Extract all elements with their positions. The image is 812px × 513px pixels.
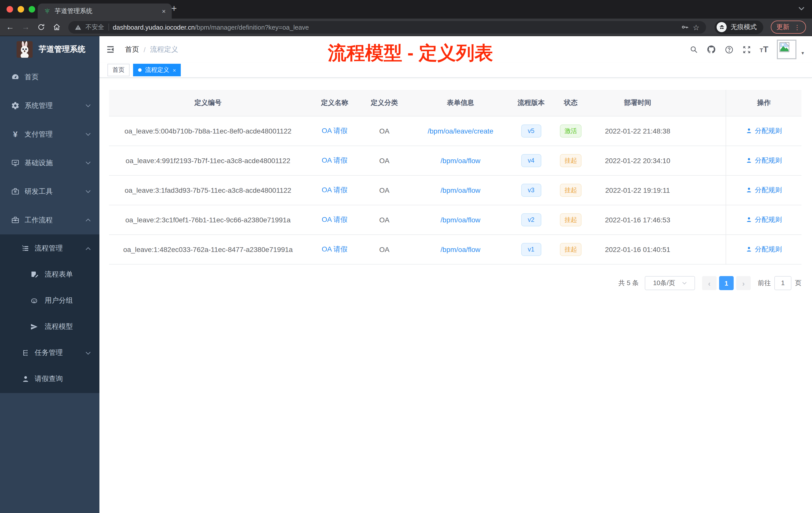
prev-page-button[interactable]: ‹: [702, 276, 717, 290]
deploy-time: 2022-01-22 20:34:10: [594, 146, 681, 175]
sidebar-item-process-management[interactable]: 流程管理: [0, 235, 99, 262]
reload-button[interactable]: [37, 23, 45, 31]
sidebar-item-dev-tools[interactable]: 研发工具: [0, 177, 99, 206]
form-icon: [30, 271, 38, 279]
sidebar-item-infrastructure[interactable]: 基础设施: [0, 149, 99, 177]
assign-rule-button[interactable]: 分配规则: [746, 126, 782, 135]
home-button[interactable]: [53, 23, 61, 31]
security-label[interactable]: 不安全: [85, 23, 104, 31]
definition-id: oa_leave:5:004b710b-7b8a-11ec-8ef0-acde4…: [109, 116, 307, 146]
pagination: 共 5 条 10条/页 ‹ 1 › 前往 1 页: [109, 276, 802, 290]
search-icon[interactable]: [690, 45, 698, 54]
sidebar-item-home[interactable]: 首页: [0, 63, 99, 91]
password-key-icon[interactable]: [681, 23, 689, 31]
sidebar-logo[interactable]: 芋道管理系统: [0, 36, 99, 63]
definition-name-link[interactable]: OA 请假: [322, 215, 348, 223]
table-row: oa_leave:1:482ec033-762a-11ec-8477-a2380…: [109, 235, 802, 264]
tab-close-icon[interactable]: ×: [162, 8, 166, 14]
screen: 芋道管理系统 × + ← → 不安全 dashboard.yudao.iocod…: [0, 0, 812, 513]
minimize-window-button[interactable]: [18, 6, 24, 12]
browser-tab-strip: 芋道管理系统 × +: [0, 0, 812, 19]
assign-rule-button[interactable]: 分配规则: [746, 215, 782, 224]
breadcrumb-home[interactable]: 首页: [125, 45, 139, 54]
page-size-value: 10条/页: [653, 279, 675, 288]
sidebar-item-task-management[interactable]: 任务管理: [0, 340, 99, 366]
table-row: oa_leave:3:1fad3d93-7b75-11ec-a3c8-acde4…: [109, 175, 802, 205]
sidebar-fold-icon[interactable]: [107, 45, 116, 54]
deploy-time: 2022-01-16 01:40:51: [594, 235, 681, 264]
person-icon: [746, 246, 752, 253]
next-page-button[interactable]: ›: [736, 276, 751, 290]
tag-home[interactable]: 首页: [108, 64, 129, 76]
browser-tab[interactable]: 芋道管理系统 ×: [38, 3, 172, 19]
tag-label: 首页: [113, 66, 124, 74]
chevron-up-icon: [85, 218, 91, 222]
chevron-down-icon: [85, 351, 91, 355]
send-icon: [30, 323, 38, 331]
window-controls: [6, 6, 35, 12]
form-link[interactable]: /bpm/oa/flow: [441, 157, 481, 164]
help-icon[interactable]: [725, 45, 734, 54]
sidebar-item-process-model[interactable]: 流程模型: [0, 314, 99, 340]
deploy-time: 2022-01-22 19:19:11: [594, 175, 681, 205]
sidebar-item-label: 任务管理: [35, 349, 63, 357]
close-window-button[interactable]: [6, 6, 13, 12]
back-button[interactable]: ←: [6, 23, 14, 31]
address-bar[interactable]: 不安全 dashboard.yudao.iocoder.cn/bpm/manag…: [68, 21, 706, 33]
version-badge: v3: [521, 184, 541, 197]
form-link[interactable]: /bpm/oa/flow: [441, 216, 481, 224]
sidebar-item-user-group[interactable]: 用户分组: [0, 288, 99, 314]
status-badge: 挂起: [560, 213, 581, 227]
definition-category: OA: [362, 205, 406, 235]
font-size-icon[interactable]: TT: [760, 44, 768, 55]
page-number-button[interactable]: 1: [719, 276, 734, 290]
new-tab-button[interactable]: +: [171, 3, 177, 14]
chevron-down-icon: [85, 104, 91, 108]
sidebar-item-system[interactable]: 系统管理: [0, 91, 99, 120]
zoom-window-button[interactable]: [29, 6, 35, 12]
browser-menu-dots-icon[interactable]: ⋮: [794, 23, 801, 31]
table-row: oa_leave:2:3c1f0ef1-76b1-11ec-9c66-a2380…: [109, 205, 802, 235]
form-link[interactable]: /bpm/oa/leave/create: [428, 127, 493, 135]
assign-rule-button[interactable]: 分配规则: [746, 245, 782, 254]
definition-name-link[interactable]: OA 请假: [322, 156, 348, 164]
sidebar-item-process-form[interactable]: 流程表单: [0, 262, 99, 288]
definition-name-link[interactable]: OA 请假: [322, 245, 348, 253]
navbar: 首页 / 流程定义 流程模型 - 定义列表: [99, 36, 812, 63]
version-badge: v1: [521, 243, 541, 256]
sidebar-item-label: 首页: [25, 72, 39, 82]
security-warning-icon[interactable]: [75, 24, 81, 30]
sidebar-item-workflow[interactable]: 工作流程: [0, 206, 99, 234]
fullscreen-icon[interactable]: [742, 45, 751, 54]
url-text[interactable]: dashboard.yudao.iocoder.cn/bpm/manager/d…: [113, 23, 309, 31]
col-definition-id: 定义编号: [109, 90, 307, 116]
app-title: 芋道管理系统: [39, 44, 85, 55]
col-deploy-time: 部署时间: [594, 90, 681, 116]
form-link[interactable]: /bpm/oa/flow: [441, 186, 481, 194]
goto-page-input[interactable]: 1: [774, 276, 791, 290]
bookmark-star-icon[interactable]: ☆: [693, 23, 699, 31]
tag-process-definition[interactable]: 流程定义 ×: [133, 64, 181, 76]
assign-rule-button[interactable]: 分配规则: [746, 156, 782, 165]
form-link[interactable]: /bpm/oa/flow: [441, 245, 481, 253]
sidebar-item-payment[interactable]: ¥ 支付管理: [0, 120, 99, 149]
page-content: 定义编号 定义名称 定义分类 表单信息 流程版本 状态 部署时间 操作: [99, 78, 812, 290]
logo-avatar: [17, 41, 33, 58]
browser-update-button[interactable]: 更新 ⋮: [771, 21, 806, 34]
sidebar-item-leave-query[interactable]: 请假查询: [0, 366, 99, 392]
github-icon[interactable]: [706, 45, 716, 54]
table-row: oa_leave:4:991f2193-7b7f-11ec-a3c8-acde4…: [109, 146, 802, 175]
col-definition-category: 定义分类: [362, 90, 406, 116]
chevron-up-icon: [85, 247, 91, 250]
definition-name-link[interactable]: OA 请假: [322, 186, 348, 194]
breadcrumb: 首页 / 流程定义: [125, 45, 178, 54]
avatar-caret-icon[interactable]: ▾: [802, 50, 804, 56]
tab-search-chevron-icon[interactable]: [799, 6, 805, 10]
assign-rule-button[interactable]: 分配规则: [746, 186, 782, 195]
page-size-select[interactable]: 10条/页: [645, 276, 695, 290]
update-label[interactable]: 更新: [776, 23, 789, 32]
tag-close-icon[interactable]: ×: [173, 67, 176, 73]
user-avatar[interactable]: [777, 40, 796, 59]
forward-button[interactable]: →: [22, 23, 30, 31]
definition-name-link[interactable]: OA 请假: [322, 126, 348, 134]
